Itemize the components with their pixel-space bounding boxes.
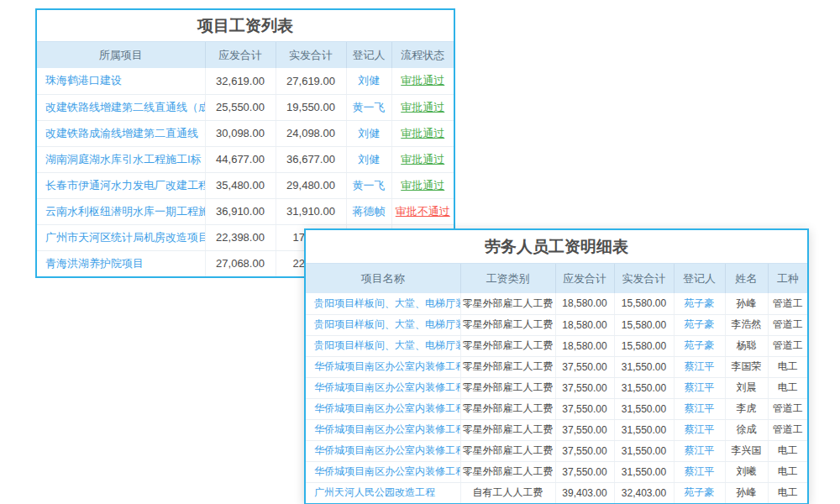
column-header: 所属项目 xyxy=(37,42,205,68)
table-row: 长春市伊通河水力发电厂改建工程35,480.0029,480.00黄一飞审批通过 xyxy=(37,172,454,198)
table-row: 华侨城项目南区办公室内装修工程零星外部雇工人工费37,550.0031,550.… xyxy=(306,419,807,440)
name-cell: 李国荣 xyxy=(725,356,768,377)
registrar-cell: 蔡江平 xyxy=(674,398,725,419)
wage-category-cell: 零星外部雇工人工费 xyxy=(460,461,555,482)
registrar-cell: 刘健 xyxy=(346,120,391,146)
project-link[interactable]: 湖南洞庭湖水库引水工程施工I标 xyxy=(45,153,202,165)
trade-cell: 管道工 xyxy=(768,314,807,335)
wage-category-cell: 零星外部雇工人工费 xyxy=(460,335,555,356)
table-row: 华侨城项目南区办公室内装修工程零星外部雇工人工费37,550.0031,550.… xyxy=(306,377,807,398)
project-link[interactable]: 华侨城项目南区办公室内装修工程 xyxy=(314,402,460,414)
column-header: 实发合计 xyxy=(614,264,674,293)
project-cell: 青海洪湖养护院项目 xyxy=(37,250,205,276)
labor-salary-header-row: 项目名称工资类别应发合计实发合计登记人姓名工种 xyxy=(306,264,807,293)
project-salary-table-title: 项目工资列表 xyxy=(37,10,454,42)
trade-cell: 电工 xyxy=(768,356,807,377)
name-cell: 李虎 xyxy=(725,398,768,419)
registrar-cell: 黄一飞 xyxy=(346,172,391,198)
registrar-link[interactable]: 蒋德帧 xyxy=(353,205,386,218)
status-link[interactable]: 审批不通过 xyxy=(396,205,450,218)
payable-cell: 39,403.00 xyxy=(555,482,614,503)
registrar-cell: 苑子豪 xyxy=(674,314,725,335)
payable-cell: 37,550.00 xyxy=(555,461,614,482)
registrar-cell: 蔡江平 xyxy=(674,377,725,398)
paid-cell: 31,910.00 xyxy=(276,198,346,224)
project-link[interactable]: 华侨城项目南区办公室内装修工程 xyxy=(314,444,460,456)
project-link[interactable]: 华侨城项目南区办公室内装修工程 xyxy=(314,423,460,435)
project-link[interactable]: 珠海鹤港口建设 xyxy=(45,74,122,87)
registrar-link[interactable]: 黄一飞 xyxy=(353,179,386,192)
labor-salary-detail-grid: 项目名称工资类别应发合计实发合计登记人姓名工种 贵阳项目样板间、大堂、电梯厅装修… xyxy=(306,264,807,503)
payable-cell: 18,580.00 xyxy=(555,314,614,335)
payable-cell: 18,580.00 xyxy=(555,335,614,356)
registrar-link[interactable]: 黄一飞 xyxy=(353,101,386,113)
project-link[interactable]: 贵阳项目样板间、大堂、电梯厅装修 xyxy=(314,339,460,351)
paid-cell: 15,580.00 xyxy=(614,293,674,314)
trade-cell: 管道工 xyxy=(768,419,807,440)
registrar-link[interactable]: 刘健 xyxy=(358,127,380,139)
registrar-link[interactable]: 蔡江平 xyxy=(685,465,715,477)
project-link[interactable]: 云南水利枢纽潜明水库一期工程施... xyxy=(45,205,205,218)
registrar-cell: 蔡江平 xyxy=(674,461,725,482)
paid-cell: 36,677.00 xyxy=(276,146,346,172)
registrar-link[interactable]: 蔡江平 xyxy=(685,360,715,372)
project-link[interactable]: 改建铁路成渝线增建第二直通线（... xyxy=(45,127,205,139)
registrar-link[interactable]: 蔡江平 xyxy=(685,444,715,456)
project-cell: 广州市天河区统计局机房改造项目 xyxy=(37,224,205,250)
payable-cell: 36,910.00 xyxy=(205,198,276,224)
name-cell: 孙峰 xyxy=(725,482,768,503)
registrar-link[interactable]: 蔡江平 xyxy=(685,381,715,393)
table-row: 华侨城项目南区办公室内装修工程零星外部雇工人工费37,550.0031,550.… xyxy=(306,461,807,482)
paid-cell: 31,550.00 xyxy=(614,398,674,419)
status-link[interactable]: 审批通过 xyxy=(401,153,444,165)
project-link[interactable]: 华侨城项目南区办公室内装修工程 xyxy=(314,360,460,372)
registrar-cell: 蔡江平 xyxy=(674,440,725,461)
wage-category-cell: 零星外部雇工人工费 xyxy=(460,419,555,440)
project-link[interactable]: 华侨城项目南区办公室内装修工程 xyxy=(314,465,460,477)
registrar-link[interactable]: 苑子豪 xyxy=(685,486,715,498)
status-link[interactable]: 审批通过 xyxy=(401,179,444,192)
registrar-link[interactable]: 蔡江平 xyxy=(685,423,715,435)
table-row: 广州天河人民公园改造工程自有工人人工费39,403.0032,403.00苑子豪… xyxy=(306,482,807,503)
status-link[interactable]: 审批通过 xyxy=(401,101,444,113)
payable-cell: 44,677.00 xyxy=(205,146,276,172)
registrar-link[interactable]: 苑子豪 xyxy=(685,297,715,309)
project-link[interactable]: 贵阳项目样板间、大堂、电梯厅装修 xyxy=(314,318,460,330)
registrar-cell: 蔡江平 xyxy=(674,356,725,377)
wage-category-cell: 零星外部雇工人工费 xyxy=(460,356,555,377)
registrar-link[interactable]: 刘健 xyxy=(358,74,380,87)
project-link[interactable]: 青海洪湖养护院项目 xyxy=(45,257,144,270)
registrar-link[interactable]: 蔡江平 xyxy=(685,402,715,414)
project-cell: 改建铁路线增建第二线直通线（成... xyxy=(37,94,205,120)
payable-cell: 25,550.00 xyxy=(205,94,276,120)
labor-salary-detail-table-title: 劳务人员工资明细表 xyxy=(306,230,807,264)
project-link[interactable]: 广州天河人民公园改造工程 xyxy=(314,486,435,498)
project-link[interactable]: 改建铁路线增建第二线直通线（成... xyxy=(45,101,205,113)
paid-cell: 29,480.00 xyxy=(276,172,346,198)
name-cell: 杨聪 xyxy=(725,335,768,356)
column-header: 实发合计 xyxy=(276,42,346,68)
status-link[interactable]: 审批通过 xyxy=(401,74,444,87)
registrar-link[interactable]: 苑子豪 xyxy=(685,339,715,351)
trade-cell: 电工 xyxy=(768,461,807,482)
project-link[interactable]: 长春市伊通河水力发电厂改建工程 xyxy=(45,179,205,192)
registrar-cell: 苑子豪 xyxy=(674,293,725,314)
registrar-cell: 苑子豪 xyxy=(674,335,725,356)
project-link[interactable]: 贵阳项目样板间、大堂、电梯厅装修 xyxy=(314,297,460,309)
name-cell: 刘曦 xyxy=(725,461,768,482)
project-link[interactable]: 广州市天河区统计局机房改造项目 xyxy=(45,231,205,244)
column-header: 工种 xyxy=(768,264,807,293)
registrar-cell: 苑子豪 xyxy=(674,482,725,503)
status-link[interactable]: 审批通过 xyxy=(401,127,444,139)
registrar-link[interactable]: 苑子豪 xyxy=(685,318,715,330)
payable-cell: 37,550.00 xyxy=(555,440,614,461)
column-header: 应发合计 xyxy=(205,42,276,68)
trade-cell: 电工 xyxy=(768,440,807,461)
wage-category-cell: 零星外部雇工人工费 xyxy=(460,314,555,335)
project-link[interactable]: 华侨城项目南区办公室内装修工程 xyxy=(314,381,460,393)
project-cell: 华侨城项目南区办公室内装修工程 xyxy=(306,398,460,419)
project-cell: 华侨城项目南区办公室内装修工程 xyxy=(306,419,460,440)
column-header: 应发合计 xyxy=(555,264,614,293)
payable-cell: 37,550.00 xyxy=(555,356,614,377)
registrar-link[interactable]: 刘健 xyxy=(358,153,380,165)
